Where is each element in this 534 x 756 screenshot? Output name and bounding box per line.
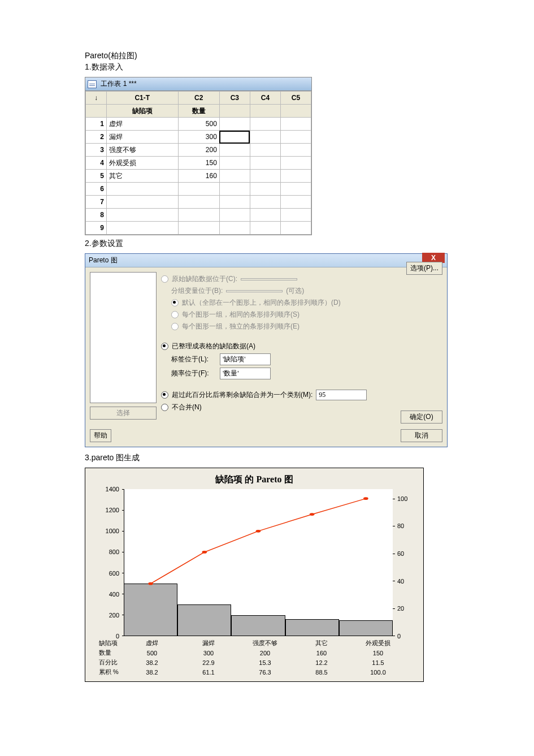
chart-title: 缺陷项 的 Pareto 图 bbox=[93, 474, 415, 486]
table-row[interactable]: 7 bbox=[86, 196, 311, 209]
label-freq-at: 频率位于(F): bbox=[171, 369, 216, 378]
col-arrow[interactable]: ↓ bbox=[86, 92, 107, 105]
table-row[interactable]: 1虚焊500 bbox=[86, 118, 311, 131]
svg-point-4 bbox=[363, 497, 368, 500]
label-optional: (可选) bbox=[286, 286, 304, 296]
pareto-chart: 缺陷项 的 Pareto 图 0200400600800100012001400… bbox=[85, 468, 424, 682]
chart-plot-area: 0200400600800100012001400 020406080100 bbox=[124, 489, 393, 636]
dialog-title: Pareto 图 bbox=[85, 254, 447, 267]
section-1-heading: 1.数据录入 bbox=[85, 62, 534, 72]
help-button[interactable]: 帮助 bbox=[90, 429, 111, 442]
pareto-dialog: X Pareto 图 选项(P)... 选择 原始缺陷数据位于(C): 分组变量… bbox=[85, 253, 448, 447]
table-row[interactable]: 5其它160 bbox=[86, 170, 311, 183]
col-c1[interactable]: C1-T bbox=[107, 92, 179, 105]
radio-default-layout[interactable] bbox=[171, 299, 179, 306]
cancel-button[interactable]: 取消 bbox=[401, 429, 442, 442]
radio-raw[interactable] bbox=[161, 275, 168, 283]
table-row[interactable]: 4外观受损150 bbox=[86, 157, 311, 170]
radio-per-graph-indep[interactable] bbox=[171, 323, 179, 330]
svg-point-1 bbox=[202, 551, 207, 554]
col-c2[interactable]: C2 bbox=[178, 92, 219, 105]
header-c2[interactable]: 数量 bbox=[178, 105, 219, 118]
svg-point-0 bbox=[148, 582, 153, 585]
select-button[interactable]: 选择 bbox=[90, 407, 157, 420]
y-axis-left: 0200400600800100012001400 bbox=[99, 489, 121, 636]
table-row[interactable]: 8 bbox=[86, 209, 311, 222]
radio-no-combine[interactable] bbox=[161, 404, 168, 411]
table-row[interactable]: 6 bbox=[86, 183, 311, 196]
worksheet: 工作表 1 *** ↓ C1-T C2 C3 C4 C5 缺陷项 数量 1虚焊5… bbox=[85, 77, 312, 235]
label-tabulated: 已整理成表格的缺陷数据(A) bbox=[172, 342, 255, 351]
worksheet-title: 工作表 1 *** bbox=[101, 80, 136, 88]
col-c4[interactable]: C4 bbox=[250, 92, 280, 105]
col-c5[interactable]: C5 bbox=[280, 92, 311, 105]
table-row[interactable]: 9 bbox=[86, 222, 311, 235]
worksheet-icon bbox=[88, 80, 97, 88]
table-row[interactable]: 3强度不够200 bbox=[86, 144, 311, 157]
label-group: 分组变量位于(B): bbox=[171, 286, 223, 296]
section-3-heading: 3.pareto 图生成 bbox=[85, 453, 534, 463]
freq-field[interactable]: '数量' bbox=[220, 368, 271, 379]
label-no-combine: 不合并(N) bbox=[172, 403, 202, 412]
section-2-heading: 2.参数设置 bbox=[85, 239, 534, 249]
label-labels-at: 标签位于(L): bbox=[171, 355, 216, 364]
label-combine: 超过此百分比后将剩余缺陷合并为一个类别(M): bbox=[172, 390, 312, 400]
col-c3[interactable]: C3 bbox=[219, 92, 250, 105]
cumulative-line bbox=[124, 489, 393, 636]
worksheet-grid[interactable]: ↓ C1-T C2 C3 C4 C5 缺陷项 数量 1虚焊5002漏焊3003强… bbox=[85, 91, 311, 235]
radio-per-graph-same[interactable] bbox=[171, 311, 179, 318]
worksheet-titlebar: 工作表 1 *** bbox=[85, 77, 311, 91]
table-row[interactable]: 2漏焊300 bbox=[86, 131, 311, 144]
labels-field[interactable]: '缺陷项' bbox=[220, 353, 271, 365]
header-blank bbox=[86, 105, 107, 118]
chart-data-table: 缺陷项虚焊漏焊强度不够其它外观受损数量500300200160150百分比38.… bbox=[99, 638, 415, 677]
group-field[interactable] bbox=[226, 290, 283, 292]
variable-listbox[interactable] bbox=[90, 272, 157, 403]
svg-point-3 bbox=[310, 513, 315, 516]
label-raw: 原始缺陷数据位于(C): bbox=[172, 274, 237, 284]
raw-data-field[interactable] bbox=[241, 278, 297, 280]
radio-tabulated[interactable] bbox=[161, 343, 168, 350]
y-axis-right: 020406080100 bbox=[395, 489, 413, 636]
svg-point-2 bbox=[256, 530, 261, 533]
combine-percent-field[interactable]: 95 bbox=[316, 390, 367, 400]
header-c1[interactable]: 缺陷项 bbox=[107, 105, 179, 118]
radio-combine[interactable] bbox=[161, 391, 168, 399]
doc-title: Pareto(柏拉图) bbox=[85, 51, 534, 61]
ok-button[interactable]: 确定(O) bbox=[401, 411, 442, 424]
